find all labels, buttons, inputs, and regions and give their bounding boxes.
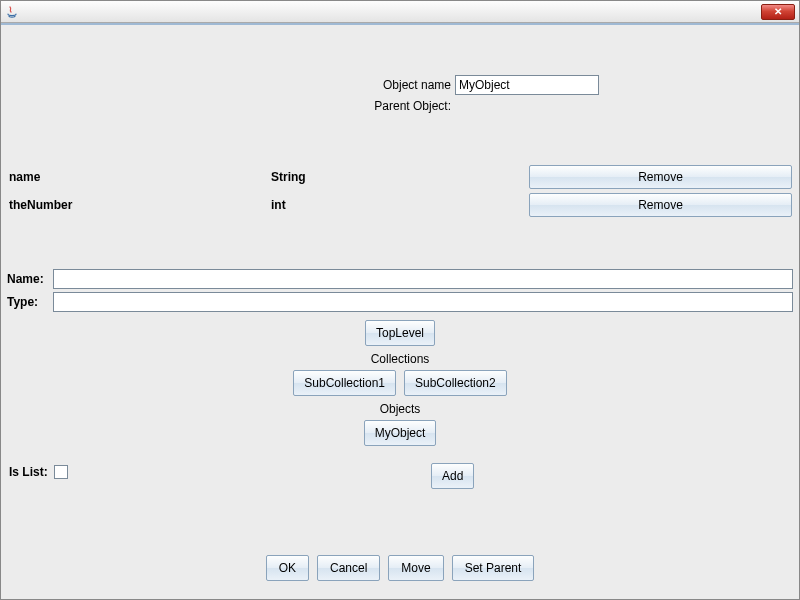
field-type: String: [271, 170, 529, 184]
add-button[interactable]: Add: [431, 463, 474, 489]
is-list-row: Is List:: [9, 465, 68, 479]
is-list-checkbox[interactable]: [54, 465, 68, 479]
move-button[interactable]: Move: [388, 555, 443, 581]
cancel-button[interactable]: Cancel: [317, 555, 380, 581]
header-block: Object name Parent Object:: [1, 75, 799, 113]
name-input[interactable]: [53, 269, 793, 289]
java-icon: [5, 5, 19, 19]
titlebar-left: [5, 5, 19, 19]
is-list-label: Is List:: [9, 465, 48, 479]
table-row: theNumber int Remove: [1, 191, 799, 219]
bottom-bar: OK Cancel Move Set Parent: [1, 555, 799, 581]
titlebar: ✕: [1, 1, 799, 23]
center-column: TopLevel Collections SubCollection1 SubC…: [7, 320, 793, 446]
object-name-input[interactable]: [455, 75, 599, 95]
content: Object name Parent Object: name String R…: [1, 23, 799, 599]
field-type: int: [271, 198, 529, 212]
form-block: Name: Type: TopLevel Collections SubColl…: [1, 269, 799, 446]
subcollection1-button[interactable]: SubCollection1: [293, 370, 396, 396]
close-icon: ✕: [774, 6, 782, 17]
myobject-button[interactable]: MyObject: [364, 420, 437, 446]
collections-label: Collections: [371, 352, 430, 366]
object-name-label: Object name: [201, 78, 451, 92]
name-label: Name:: [7, 272, 49, 286]
field-name: name: [1, 170, 271, 184]
subcollection2-button[interactable]: SubCollection2: [404, 370, 507, 396]
parent-object-label: Parent Object:: [201, 99, 451, 113]
set-parent-button[interactable]: Set Parent: [452, 555, 535, 581]
table-row: name String Remove: [1, 163, 799, 191]
field-name: theNumber: [1, 198, 271, 212]
type-input[interactable]: [53, 292, 793, 312]
window: ✕ Object name Parent Object: name String…: [0, 0, 800, 600]
type-label: Type:: [7, 295, 49, 309]
objects-label: Objects: [380, 402, 421, 416]
remove-button[interactable]: Remove: [529, 165, 792, 189]
fields-table: name String Remove theNumber int Remove: [1, 163, 799, 219]
ok-button[interactable]: OK: [266, 555, 309, 581]
close-button[interactable]: ✕: [761, 4, 795, 20]
toplevel-button[interactable]: TopLevel: [365, 320, 435, 346]
remove-button[interactable]: Remove: [529, 193, 792, 217]
